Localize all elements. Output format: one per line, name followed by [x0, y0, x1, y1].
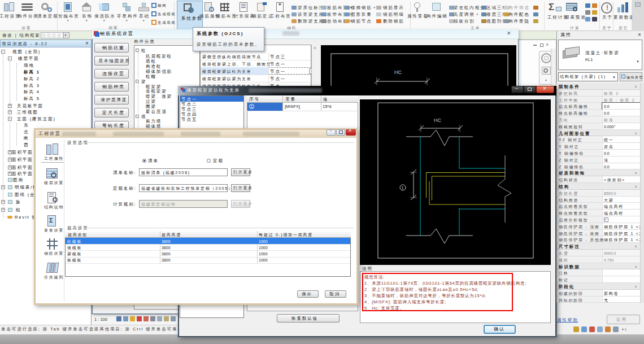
- svg-text:HC: HC: [434, 117, 441, 123]
- svg-text:1: 1: [402, 186, 404, 190]
- svg-text:HC: HC: [394, 69, 402, 75]
